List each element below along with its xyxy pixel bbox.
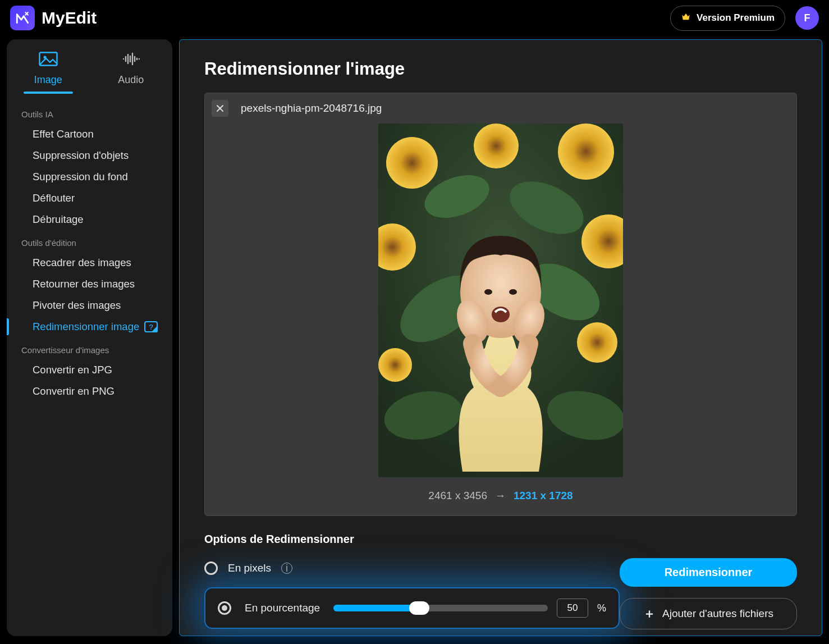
info-icon[interactable]: i xyxy=(281,563,292,574)
percent-slider-wrap: % xyxy=(333,599,606,618)
avatar[interactable]: F xyxy=(795,6,819,30)
options-left: En pixels i En pourcentage % xyxy=(204,555,620,629)
page-title: Redimensionner l'image xyxy=(180,40,822,93)
logo-icon xyxy=(10,6,35,30)
help-icon[interactable]: ? xyxy=(144,321,158,332)
app-name: MyEdit xyxy=(42,8,97,28)
options-area: En pixels i En pourcentage % xyxy=(180,555,822,629)
option-percent-label: En pourcentage xyxy=(245,602,320,614)
avatar-letter: F xyxy=(804,12,810,24)
premium-button[interactable]: Version Premium xyxy=(670,6,785,31)
tab-audio-label: Audio xyxy=(118,74,144,86)
dimensions-row: 2461 x 3456 → 1231 x 1728 xyxy=(205,477,796,515)
sidebar-item-remove-objects[interactable]: Suppression d'objets xyxy=(7,145,172,166)
radio-percent[interactable] xyxy=(218,601,231,615)
dimensions-new: 1231 x 1728 xyxy=(514,490,573,502)
header-right: Version Premium F xyxy=(670,6,819,31)
svg-point-8 xyxy=(577,322,617,363)
option-pixels[interactable]: En pixels i xyxy=(204,555,620,582)
svg-point-5 xyxy=(558,124,614,180)
percent-sign: % xyxy=(597,602,606,614)
tab-image-label: Image xyxy=(34,74,62,86)
arrow-right-icon: → xyxy=(495,490,506,502)
app-window: MyEdit Version Premium F xyxy=(0,0,829,644)
svg-point-9 xyxy=(378,348,412,382)
main-panel: Redimensionner l'image pexels-nghia-pm-2… xyxy=(179,39,822,636)
sidebar-tabs: Image Audio xyxy=(7,39,172,94)
logo[interactable]: MyEdit xyxy=(10,6,97,30)
svg-rect-0 xyxy=(39,53,57,66)
audio-icon xyxy=(121,52,140,68)
premium-label: Version Premium xyxy=(697,12,775,24)
group-title: Outils d'édition xyxy=(7,230,172,252)
group-title: Outils IA xyxy=(7,102,172,124)
tab-image[interactable]: Image xyxy=(7,48,90,94)
svg-point-18 xyxy=(509,289,517,295)
svg-point-3 xyxy=(386,137,438,189)
plus-icon: ＋ xyxy=(643,605,656,622)
svg-point-17 xyxy=(484,289,492,295)
body: Image Audio Outils IA Effet Cartoon Supp… xyxy=(0,36,829,644)
file-name: pexels-nghia-pm-2048716.jpg xyxy=(241,102,382,115)
resize-button[interactable]: Redimensionner xyxy=(620,558,797,587)
close-icon[interactable] xyxy=(212,100,228,117)
file-row: pexels-nghia-pm-2048716.jpg xyxy=(205,93,796,124)
radio-pixels[interactable] xyxy=(204,561,218,575)
image-icon xyxy=(39,52,58,68)
sidebar-item-to-png[interactable]: Convertir en PNG xyxy=(7,381,172,402)
slider-fill xyxy=(333,605,419,611)
tab-audio[interactable]: Audio xyxy=(90,48,173,94)
sidebar-item-to-jpg[interactable]: Convertir en JPG xyxy=(7,359,172,381)
slider-thumb[interactable] xyxy=(409,601,429,615)
svg-point-4 xyxy=(474,124,519,168)
options-title: Options de Redimensionner xyxy=(180,516,822,555)
sidebar-item-remove-bg[interactable]: Suppression du fond xyxy=(7,166,172,188)
sidebar-item-resize[interactable]: Redimensionner image ? xyxy=(7,316,172,337)
sidebar-item-crop[interactable]: Recadrer des images xyxy=(7,252,172,273)
preview-panel: pexels-nghia-pm-2048716.jpg xyxy=(204,93,797,516)
option-pixels-label: En pixels xyxy=(228,562,271,574)
percent-input[interactable] xyxy=(557,599,588,618)
group-title: Convertisseur d'images xyxy=(7,337,172,359)
crown-icon xyxy=(681,12,691,25)
add-files-button[interactable]: ＋ Ajouter d'autres fichiers xyxy=(620,598,797,629)
sidebar-scroll[interactable]: Outils IA Effet Cartoon Suppression d'ob… xyxy=(7,94,172,402)
sidebar-item-denoise[interactable]: Débruitage xyxy=(7,209,172,230)
option-percent-panel: En pourcentage % xyxy=(204,587,620,629)
actions: Redimensionner ＋ Ajouter d'autres fichie… xyxy=(620,558,797,629)
sidebar-item-cartoon[interactable]: Effet Cartoon xyxy=(7,124,172,145)
sidebar: Image Audio Outils IA Effet Cartoon Supp… xyxy=(7,39,172,636)
preview-image xyxy=(378,124,623,477)
sidebar-item-deblur[interactable]: Déflouter xyxy=(7,188,172,209)
sidebar-item-flip[interactable]: Retourner des images xyxy=(7,273,172,295)
percent-slider[interactable] xyxy=(333,605,548,611)
header: MyEdit Version Premium F xyxy=(0,0,829,36)
dimensions-original: 2461 x 3456 xyxy=(428,490,487,502)
sidebar-item-rotate[interactable]: Pivoter des images xyxy=(7,295,172,316)
